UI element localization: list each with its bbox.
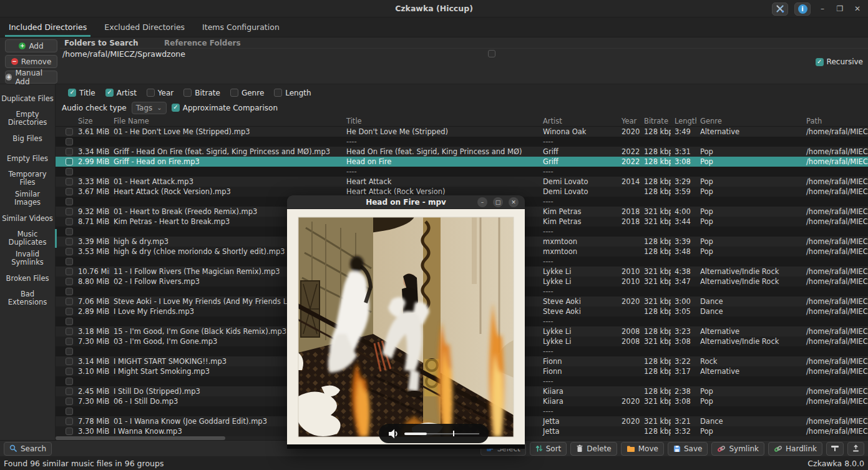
row-checkbox[interactable] (66, 128, 73, 135)
row-checkbox[interactable] (66, 358, 73, 365)
tag-option-artist[interactable]: Artist (105, 89, 137, 97)
sidebar-item-empty-directories[interactable]: Empty Directories (0, 109, 55, 129)
row-checkbox[interactable] (66, 158, 73, 165)
group-separator-row[interactable]: -------- (56, 167, 868, 177)
sidebar-item-temporary-files[interactable]: Temporary Files (0, 169, 55, 188)
sidebar-item-broken-files[interactable]: Broken Files (0, 268, 55, 288)
remove-directory-button[interactable]: − Remove (5, 55, 57, 68)
row-checkbox[interactable] (66, 418, 73, 425)
row-checkbox[interactable] (66, 318, 73, 325)
row-checkbox[interactable] (66, 198, 73, 205)
header-bitrate[interactable]: Bitrate (640, 117, 671, 125)
sidebar-item-music-duplicates[interactable]: Music Duplicates (0, 228, 55, 248)
info-button[interactable]: i (794, 2, 811, 16)
search-path-row[interactable]: /home/rafal/MIECZ/Sprawdzone (60, 49, 868, 59)
tag-option-genre[interactable]: Genre (230, 89, 264, 97)
row-checkbox[interactable] (66, 278, 73, 285)
mpv-maximize-button[interactable]: □ (493, 197, 503, 207)
sidebar-item-invalid-symlinks[interactable]: Invalid Symlinks (0, 248, 55, 268)
row-checkbox[interactable] (66, 328, 73, 335)
tab-excluded-directories[interactable]: Excluded Directories (103, 17, 186, 37)
row-checkbox[interactable] (66, 388, 73, 395)
restore-button[interactable]: ❐ (834, 4, 846, 13)
table-row[interactable]: 2.99 MiBGriff - Head on Fire.mp3Head on … (56, 157, 868, 167)
genre-checkbox[interactable] (230, 89, 238, 97)
row-checkbox[interactable] (66, 208, 73, 215)
row-checkbox[interactable] (66, 188, 73, 195)
sidebar-item-similar-videos[interactable]: Similar Videos (0, 208, 55, 228)
row-checkbox[interactable] (66, 368, 73, 375)
row-checkbox[interactable] (66, 398, 73, 405)
header-year[interactable]: Year (618, 117, 640, 125)
row-checkbox[interactable] (66, 288, 73, 295)
row-checkbox[interactable] (66, 428, 73, 435)
mpv-video-area[interactable] (287, 209, 525, 449)
tools-button[interactable] (772, 2, 788, 16)
mpv-close-button[interactable]: ✕ (509, 197, 519, 207)
row-checkbox[interactable] (66, 378, 73, 385)
row-checkbox[interactable] (66, 228, 73, 235)
sidebar-item-bad-extensions[interactable]: Bad Extensions (0, 288, 55, 308)
row-checkbox[interactable] (66, 298, 73, 305)
row-checkbox[interactable] (66, 138, 73, 145)
delete-button[interactable]: Delete (570, 442, 617, 456)
row-checkbox[interactable] (66, 348, 73, 355)
volume-slider-fill[interactable] (404, 433, 427, 435)
row-checkbox[interactable] (66, 178, 73, 185)
tag-option-length[interactable]: Length (274, 89, 311, 97)
table-row[interactable]: 3.34 MiBGriff - Head On Fire (feat. Sigr… (56, 147, 868, 157)
tag-option-bitrate[interactable]: Bitrate (183, 89, 220, 97)
tag-option-title[interactable]: Title (68, 89, 95, 97)
row-checkbox[interactable] (66, 268, 73, 275)
tab-items-configuration[interactable]: Items Configuration (201, 17, 281, 37)
recursive-checkbox[interactable] (816, 58, 824, 66)
symlink-button[interactable]: Symlink (711, 442, 764, 456)
tag-option-year[interactable]: Year (147, 89, 173, 97)
recursive-option[interactable]: Recursive (816, 57, 863, 66)
row-checkbox[interactable] (66, 148, 73, 155)
year-checkbox[interactable] (147, 89, 155, 97)
header-title[interactable]: Title (343, 117, 539, 125)
table-row[interactable]: 3.33 MiB01 - Heart Attack.mp3Heart Attac… (56, 177, 868, 187)
header-artist[interactable]: Artist (539, 117, 618, 125)
window-titlebar[interactable]: Czkawka (Hiccup) i – ❐ ✕ (0, 0, 868, 17)
header-path[interactable]: Path (802, 117, 868, 125)
row-checkbox[interactable] (66, 248, 73, 255)
compare-button[interactable] (826, 442, 844, 456)
row-checkbox[interactable] (66, 258, 73, 265)
results-table-header[interactable]: Size File Name Title Artist Year Bitrate… (56, 116, 868, 127)
row-checkbox[interactable] (66, 238, 73, 245)
approximate-comparison-checkbox[interactable] (172, 104, 180, 112)
close-button[interactable]: ✕ (852, 4, 863, 13)
sidebar-item-duplicate-files[interactable]: Duplicate Files (0, 89, 55, 109)
approximate-comparison-option[interactable]: Approximate Comparison (172, 104, 278, 112)
hardlink-button[interactable]: Hardlink (768, 442, 822, 456)
sidebar-item-similar-images[interactable]: Similar Images (0, 188, 55, 208)
mpv-titlebar[interactable]: Head on Fire - mpv – □ ✕ (287, 195, 525, 209)
header-length[interactable]: Length (671, 117, 696, 125)
mpv-minimize-button[interactable]: – (477, 197, 487, 207)
group-separator-row[interactable]: -------- (56, 137, 868, 147)
tab-included-directories[interactable]: Included Directories (7, 17, 88, 37)
minimize-button[interactable]: – (817, 4, 828, 13)
length-checkbox[interactable] (274, 89, 282, 97)
audio-check-type-dropdown[interactable]: Tags ⌄ (132, 102, 167, 114)
search-button[interactable]: Search (4, 442, 52, 456)
row-checkbox[interactable] (66, 218, 73, 225)
volume-overlay[interactable] (379, 424, 489, 443)
move-button[interactable]: Move (621, 442, 664, 456)
title-checkbox[interactable] (68, 89, 76, 97)
reference-folder-checkbox[interactable] (488, 50, 495, 57)
add-directory-button[interactable]: + Add (5, 39, 57, 52)
save-button[interactable]: Save (668, 442, 708, 456)
sidebar-item-big-files[interactable]: Big Files (0, 129, 55, 149)
header-size[interactable]: Size (74, 117, 110, 125)
header-genre[interactable]: Genre (696, 117, 802, 125)
artist-checkbox[interactable] (105, 89, 114, 97)
row-checkbox[interactable] (66, 168, 73, 175)
sidebar-item-empty-files[interactable]: Empty Files (0, 149, 55, 169)
row-checkbox[interactable] (66, 338, 73, 345)
mpv-window[interactable]: Head on Fire - mpv – □ ✕ (287, 195, 525, 449)
bitrate-checkbox[interactable] (183, 89, 192, 97)
row-checkbox[interactable] (66, 308, 73, 315)
